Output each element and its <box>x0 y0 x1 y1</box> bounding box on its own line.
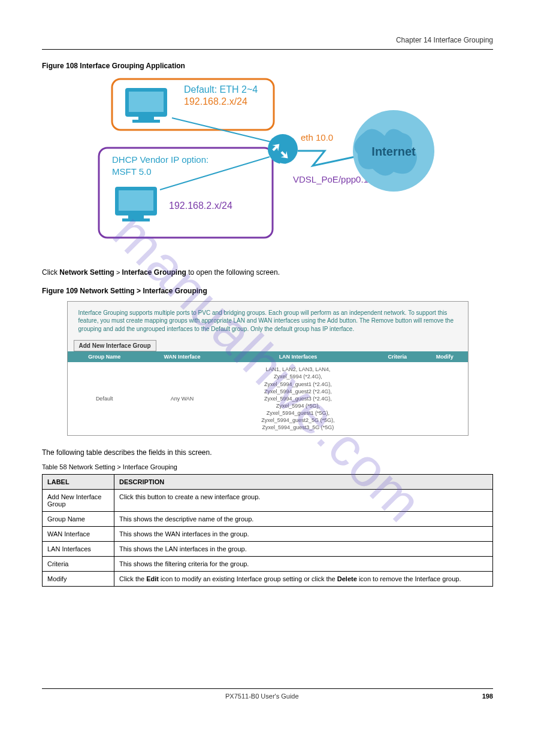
dhcp-title-2: MSFT 5.0 <box>112 166 152 177</box>
col-criteria: Criteria <box>373 351 422 362</box>
col-label: LABEL <box>43 475 114 490</box>
cell-label: WAN Interface <box>43 527 114 542</box>
footer-title: PX7511-B0 User's Guide <box>225 693 299 700</box>
lan-item: Zyxel_5994_guest3 (*2.4G), <box>226 395 369 402</box>
router-arrow-3 <box>294 156 306 168</box>
col-description: DESCRIPTION <box>114 475 493 490</box>
col-modify: Modify <box>422 351 468 362</box>
figure-108-label: Figure 108 Interface Grouping Applicatio… <box>42 62 493 70</box>
table-row: LAN InterfacesThis shows the LAN interfa… <box>43 542 493 557</box>
figure-108-diagram: Default: ETH 2~4 192.168.2.x/24 DHCP Ven… <box>42 76 493 250</box>
lan-item: Zyxel_5994_guest1 (*2.4G), <box>226 381 369 388</box>
cell-wan: Any WAN <box>141 362 223 435</box>
chapter-header: Chapter 14 Interface Grouping <box>42 36 493 44</box>
col-group-name: Group Name <box>68 351 141 362</box>
click-path-text: Click Network Setting > Interface Groupi… <box>42 268 493 278</box>
table-row: Add New Interface GroupClick this button… <box>43 490 493 512</box>
monitor-screen-2 <box>119 190 153 211</box>
col-wan-interface: WAN Interface <box>141 351 223 362</box>
add-new-interface-group-button[interactable]: Add New Interface Group <box>74 340 156 351</box>
table-row: WAN InterfaceThis shows the WAN interfac… <box>43 527 493 542</box>
cell-modify <box>422 362 468 435</box>
cell-label: Criteria <box>43 557 114 572</box>
default-ip: 192.168.2.x/24 <box>184 96 247 107</box>
internet-label: Internet <box>371 145 416 158</box>
monitor-stand <box>138 117 154 120</box>
lan-item: Zyxel_5994_guest1 (*5G), <box>226 409 369 417</box>
lan-item: LAN1, LAN2, LAN3, LAN4, <box>226 366 369 373</box>
monitor-stand-2 <box>128 215 144 218</box>
eth-label: eth 10.0 <box>301 132 333 142</box>
dhcp-ip: 192.168.2.x/24 <box>169 201 232 211</box>
text-frag: to open the following screen. <box>188 268 280 277</box>
lan-item: Zyxel_5994_guest2 (*2.4G), <box>226 388 369 395</box>
dhcp-title-1: DHCP Vendor IP option: <box>112 154 208 165</box>
lan-item: Zyxel_5994_guest3_5G (*5G) <box>226 424 369 431</box>
cell-lan: LAN1, LAN2, LAN3, LAN4,Zyxel_5994 (*2.4G… <box>223 362 373 435</box>
text-frag: Click <box>42 268 59 277</box>
table-row: Group NameThis shows the descriptive nam… <box>43 512 493 527</box>
cell-description: This shows the WAN interfaces in the gro… <box>114 527 493 542</box>
col-lan-interfaces: LAN Interfaces <box>223 351 373 362</box>
table-58-caption: Table 58 Network Setting > Interface Gro… <box>42 463 493 470</box>
cell-description: This shows the filtering criteria for th… <box>114 557 493 572</box>
cell-group-name: Default <box>68 362 141 435</box>
monitor-screen <box>129 92 164 112</box>
cell-label: LAN Interfaces <box>43 542 114 557</box>
figure-109-screenshot: Interface Grouping supports multiple por… <box>42 301 493 436</box>
monitor-base-2 <box>122 218 150 221</box>
lan-item: Zyxel_5994 (*5G), <box>226 402 369 409</box>
cell-description: This shows the descriptive name of the g… <box>114 512 493 527</box>
cell-description: Click this button to create a new interf… <box>114 490 493 512</box>
table-58: LABEL DESCRIPTION Add New Interface Grou… <box>42 474 493 587</box>
cell-description: This shows the LAN interfaces in the gro… <box>114 542 493 557</box>
wan-link <box>298 151 355 166</box>
cell-criteria <box>373 362 422 435</box>
default-title: Default: ETH 2~4 <box>184 84 258 95</box>
cell-description: Click the Edit icon to modify an existin… <box>114 572 493 587</box>
interface-grouping-diagram: Default: ETH 2~4 192.168.2.x/24 DHCP Ven… <box>88 76 448 250</box>
table-row: ModifyClick the Edit icon to modify an e… <box>43 572 493 587</box>
page-number: 198 <box>482 693 493 700</box>
interface-group-table: Group Name WAN Interface LAN Interfaces … <box>68 351 468 435</box>
nav-network-setting: Network Setting <box>59 268 114 277</box>
vdsl-label: VDSL_PoE/ppp0.1 <box>293 174 368 184</box>
header-rule <box>42 49 493 50</box>
cell-label: Group Name <box>43 512 114 527</box>
nav-interface-grouping: Interface Grouping <box>122 268 186 277</box>
lan-item: Zyxel_5994_guest2_5G (*5G), <box>226 417 369 424</box>
figure-109-label: Figure 109 Network Setting > Interface G… <box>42 287 493 295</box>
table-intro-text: The following table describes the fields… <box>42 448 493 458</box>
cell-label: Add New Interface Group <box>43 490 114 512</box>
screenshot-description: Interface Grouping supports multiple por… <box>68 302 468 333</box>
table-row: Default Any WAN LAN1, LAN2, LAN3, LAN4,Z… <box>68 362 468 435</box>
cell-label: Modify <box>43 572 114 587</box>
router-icon <box>268 134 298 164</box>
chevron-icon: > <box>116 269 122 276</box>
table-row: CriteriaThis shows the filtering criteri… <box>43 557 493 572</box>
page-footer: PX7511-B0 User's Guide 198 <box>42 688 493 700</box>
lan-item: Zyxel_5994 (*2.4G), <box>226 373 369 380</box>
monitor-base <box>132 120 160 123</box>
